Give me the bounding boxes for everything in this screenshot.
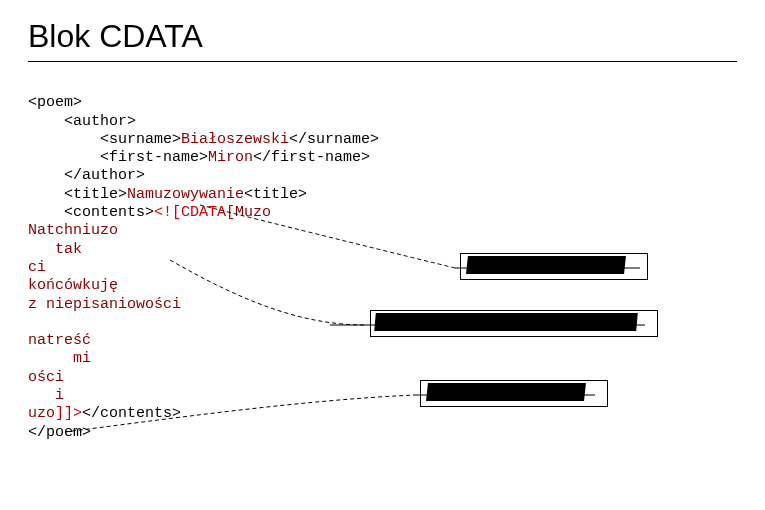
code-line: <author> bbox=[28, 113, 136, 130]
code-line: <title>Namuzowywanie<title> bbox=[28, 186, 307, 203]
code-line: uzo]]></contents> bbox=[28, 405, 181, 422]
code-line: końcówkuję bbox=[28, 277, 118, 294]
code-line: <contents><![CDATA[Muzo bbox=[28, 204, 271, 221]
code-line: i bbox=[28, 387, 64, 404]
cdata-end: ]]> bbox=[55, 405, 82, 422]
code-line: mi bbox=[28, 350, 91, 367]
code-line: <first-name>Miron</first-name> bbox=[28, 149, 370, 166]
code-line: z niepisaniowości bbox=[28, 296, 181, 313]
code-line: </poem> bbox=[28, 424, 91, 441]
code-line: natreść bbox=[28, 332, 91, 349]
code-line: <poem> bbox=[28, 94, 82, 111]
code-line: tak bbox=[28, 241, 82, 258]
code-line: ości bbox=[28, 369, 64, 386]
cdata-start: <![CDATA[ bbox=[154, 204, 235, 221]
page-title: Blok CDATA bbox=[28, 18, 737, 62]
code-line: Natchniuzo bbox=[28, 222, 118, 239]
callout-cdata-end: CDATAEnd bbox=[420, 380, 608, 407]
code-line: <surname>Białoszewski</surname> bbox=[28, 131, 379, 148]
callout-cdata-content: Zawartość sekcji CDATA bbox=[370, 310, 658, 337]
code-line: ci bbox=[28, 259, 46, 276]
code-line: </author> bbox=[28, 167, 145, 184]
callout-cdata-start: CDATAStart bbox=[460, 253, 648, 280]
